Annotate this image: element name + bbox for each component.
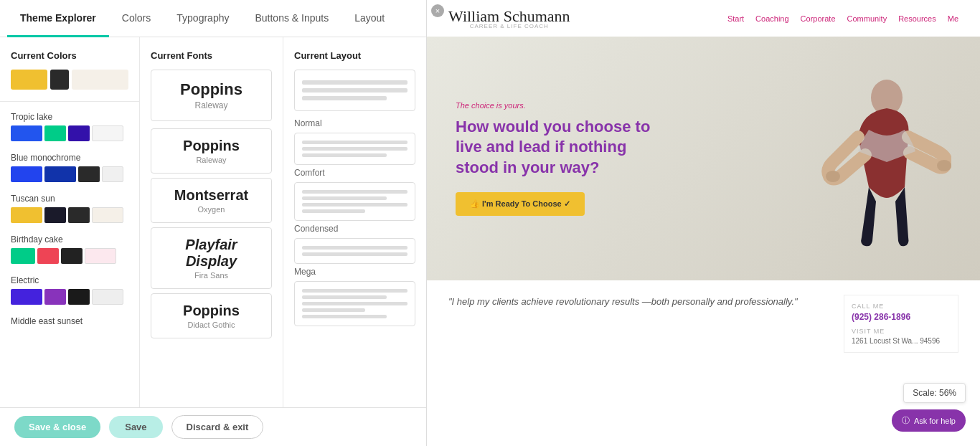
current-font-box: Poppins Raleway <box>151 70 272 121</box>
ll-m5 <box>302 315 387 318</box>
layout-label-mega: Mega <box>294 267 415 277</box>
hero-tagline: The choice is yours. <box>456 101 793 110</box>
theme-label-tuscan: Tuscan sun <box>11 194 128 204</box>
theme-label-tropic: Tropic lake <box>11 112 128 122</box>
theme-label-mideast: Middle east sunset <box>11 316 128 326</box>
layout-label-normal: Normal <box>294 118 415 128</box>
ts-e1 <box>11 289 42 305</box>
nav-link-me[interactable]: Me <box>948 14 958 23</box>
theme-blue-monochrome[interactable]: Blue monochrome <box>0 147 139 188</box>
layout-line-2 <box>302 88 407 92</box>
right-panel: × William Schumann CAREER & LIFE COACH S… <box>427 0 980 446</box>
theme-swatches-birthday <box>11 248 128 264</box>
svg-point-2 <box>937 160 951 171</box>
save-button[interactable]: Save <box>109 416 162 438</box>
nav-link-corporate[interactable]: Corporate <box>801 14 836 23</box>
ts-c1 <box>11 248 35 264</box>
tab-layout[interactable]: Layout <box>341 0 397 37</box>
ts-t4 <box>92 207 123 223</box>
layout-column: Current Layout Normal Comfort <box>283 37 426 407</box>
ask-help-label: Ask for help <box>914 417 956 425</box>
layout-option-comfort[interactable]: Comfort <box>294 168 415 221</box>
current-font-name: Poppins <box>159 80 264 99</box>
hero-cta-button[interactable]: 👍 I'm Ready To Choose ✓ <box>456 192 585 216</box>
ask-help-button[interactable]: ⓘ Ask for help <box>892 409 966 432</box>
font-option-montserrat[interactable]: Montserrat Oxygen <box>151 178 272 223</box>
ll-m2 <box>302 295 387 299</box>
ll-m3 <box>302 302 407 305</box>
visit-label: VISIT ME <box>852 328 951 335</box>
contact-box: CALL ME (925) 286-1896 VISIT ME 1261 Loc… <box>844 295 958 353</box>
font-opt-name-4: Poppins <box>159 303 264 319</box>
nav-link-start[interactable]: Start <box>727 14 744 23</box>
current-font-sub: Raleway <box>159 100 264 110</box>
ts-t1 <box>11 207 42 223</box>
ts-b4 <box>102 166 123 182</box>
scale-indicator: Scale: 56% <box>903 383 966 403</box>
layout-opt-box-normal[interactable] <box>294 133 415 165</box>
theme-middle-east-sunset[interactable]: Middle east sunset <box>0 310 139 336</box>
person-svg <box>793 58 951 259</box>
hero-section: The choice is yours. How would you choos… <box>427 37 980 280</box>
nav-link-coaching[interactable]: Coaching <box>755 14 788 23</box>
theme-electric[interactable]: Electric <box>0 270 139 310</box>
call-label: CALL ME <box>852 303 951 310</box>
nav-link-community[interactable]: Community <box>847 14 887 23</box>
layout-option-condensed[interactable]: Condensed <box>294 224 415 264</box>
layout-option-mega[interactable]: Mega <box>294 267 415 326</box>
quote-text: "I help my clients achieve revolutionary… <box>448 295 829 353</box>
ts-b3 <box>78 166 100 182</box>
ts-b1 <box>11 166 42 182</box>
discard-button[interactable]: Discard & exit <box>171 415 264 439</box>
theme-swatches-electric <box>11 289 128 305</box>
font-option-poppins-2[interactable]: Poppins Didact Gothic <box>151 293 272 338</box>
font-opt-name-2: Montserrat <box>159 187 264 204</box>
theme-tropic-lake[interactable]: Tropic lake <box>0 106 139 147</box>
tab-bar: Theme Explorer Colors Typography Buttons… <box>0 0 426 37</box>
layout-line-3 <box>302 96 387 100</box>
current-color-swatches <box>0 65 139 97</box>
hero-content: The choice is yours. How would you choos… <box>456 101 793 217</box>
layout-header: Current Layout <box>283 44 426 65</box>
font-option-playfair[interactable]: Playfair Display Fira Sans <box>151 227 272 289</box>
theme-swatches-tropic <box>11 125 128 141</box>
tab-typography[interactable]: Typography <box>164 0 242 37</box>
layout-label-comfort: Comfort <box>294 168 415 178</box>
site-logo-container: William Schumann CAREER & LIFE COACH <box>448 7 570 29</box>
close-button[interactable]: × <box>431 4 444 17</box>
nav-link-resources[interactable]: Resources <box>898 14 936 23</box>
font-option-poppins[interactable]: Poppins Raleway <box>151 128 272 174</box>
ts-e2 <box>44 289 66 305</box>
font-opt-sub-4: Didact Gothic <box>159 321 264 329</box>
tab-buttons-inputs[interactable]: Buttons & Inputs <box>242 0 341 37</box>
contact-address: 1261 Locust St Wa... 94596 <box>852 337 951 345</box>
quote-section: "I help my clients achieve revolutionary… <box>427 280 980 367</box>
ts-c3 <box>61 248 83 264</box>
left-panel: Theme Explorer Colors Typography Buttons… <box>0 0 427 446</box>
layout-opt-box-comfort[interactable] <box>294 182 415 221</box>
theme-label-electric: Electric <box>11 275 128 285</box>
ll-co1 <box>302 246 407 250</box>
theme-list-column: Current Colors Tropic lake Blue monoc <box>0 37 140 407</box>
ts-c2 <box>37 248 59 264</box>
ts-4 <box>92 125 123 141</box>
ll-m4 <box>302 308 365 312</box>
ts-c4 <box>85 248 116 264</box>
fonts-column: Current Fonts Poppins Raleway Poppins Ra… <box>140 37 283 407</box>
ts-e4 <box>92 289 123 305</box>
layout-opt-box-condensed[interactable] <box>294 238 415 264</box>
theme-birthday-cake[interactable]: Birthday cake <box>0 229 139 270</box>
fonts-header: Current Fonts <box>140 44 283 65</box>
tab-colors[interactable]: Colors <box>109 0 164 37</box>
ts-e3 <box>68 289 90 305</box>
save-close-button[interactable]: Save & close <box>14 416 100 438</box>
ll-n3 <box>302 153 387 157</box>
ll-c4 <box>302 209 365 213</box>
font-opt-sub-3: Fira Sans <box>159 271 264 280</box>
bottom-bar: Save & close Save Discard & exit <box>0 407 426 446</box>
layout-opt-box-mega[interactable] <box>294 281 415 326</box>
theme-tuscan-sun[interactable]: Tuscan sun <box>0 188 139 229</box>
tab-theme-explorer[interactable]: Theme Explorer <box>7 0 109 37</box>
layout-option-normal[interactable]: Normal <box>294 118 415 165</box>
ts-1 <box>11 125 42 141</box>
